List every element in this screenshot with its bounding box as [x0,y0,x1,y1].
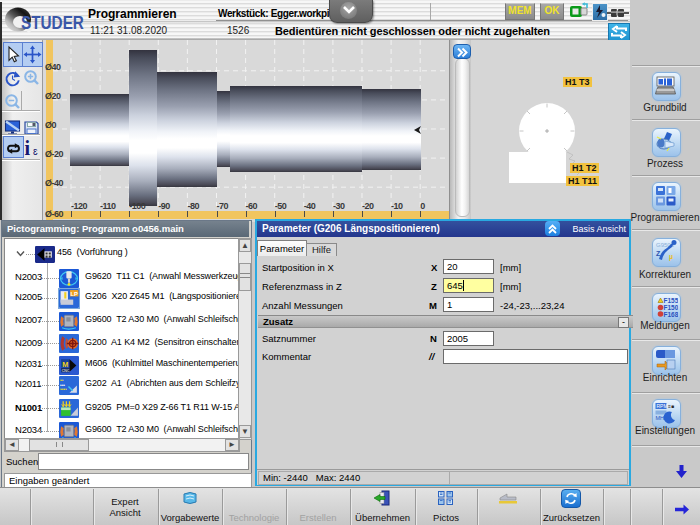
svg-text:≡■: ≡■ [668,403,674,409]
svg-text:F1681: F1681 [664,311,679,318]
svg-text:LP: LP [71,290,79,296]
svg-text:••••: •••• [60,386,67,391]
svg-text:µ: µ [669,253,673,261]
svg-text:CNC: CNC [62,368,70,372]
svg-text:M: M [62,359,68,368]
svg-text:Z: Z [656,250,661,257]
svg-text:ɛ: ɛ [33,146,38,157]
svg-text:F1551: F1551 [664,297,679,304]
svg-text:RPM: RPM [657,403,668,409]
svg-text:i: i [25,138,31,157]
